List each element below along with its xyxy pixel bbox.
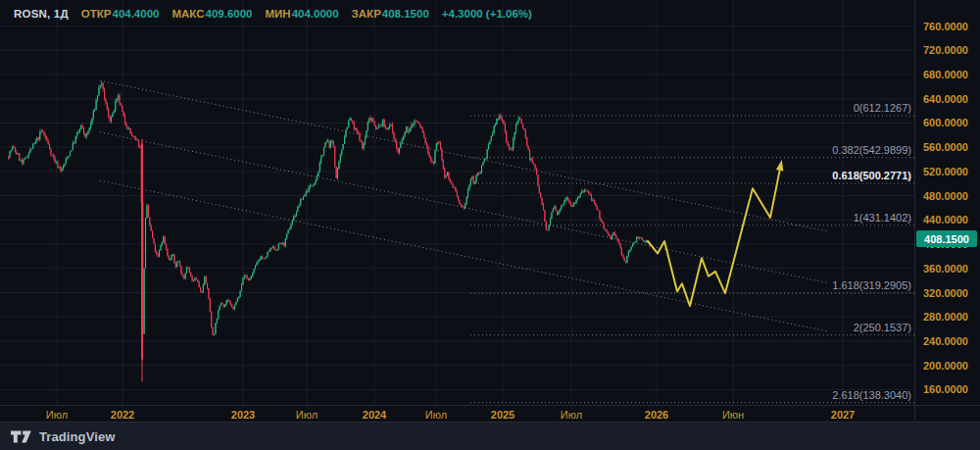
gridlines [0,0,914,405]
price-axis-label: 440.0000 [923,214,968,225]
time-axis-label: Июл [561,409,582,421]
time-axis-label: Июн [722,409,744,421]
price-axis-label: 560.0000 [923,141,968,153]
fib-level-label: 0.618(500.2771) [832,170,911,181]
price-axis-label: 360.0000 [923,263,968,275]
price-axis-label: 280.0000 [923,311,968,323]
time-axis-label: 2027 [831,409,855,421]
price-axis-label: 680.0000 [923,69,968,80]
time-axis-label: Июл [425,409,447,421]
price-axis-label: 320.0000 [923,287,968,299]
fib-level-label: 2(250.1537) [854,322,911,333]
open-value: 404.4000 [112,8,159,20]
open-label: ОТКР [81,8,112,20]
low-label: МИН [265,8,290,20]
projection-path [648,160,783,306]
low-value: 404.0000 [292,8,339,20]
tradingview-logo-icon[interactable] [11,429,32,444]
close-value: 408.1500 [382,8,429,20]
time-axis-label: 2024 [363,409,386,421]
time-axis-label: 2026 [645,409,668,421]
fib-level-label: 1(431.1402) [854,212,911,224]
fib-retracement-lines [470,116,914,403]
price-axis-label: 200.0000 [923,360,968,372]
time-axis-label: 2022 [111,409,134,421]
change-value: +4.3000 (+1.06%) [442,8,532,20]
fib-level-label: 2.618(138.3040) [832,389,911,401]
price-axis-label: 160.0000 [923,383,968,395]
ohlc-close: ЗАКР408.1500 [352,8,429,20]
time-axis-label: 2023 [231,409,255,421]
arrow-head [776,160,784,172]
high-value: 409.6000 [206,8,253,20]
price-axis-label: 640.0000 [923,93,968,105]
price-axis-label: 240.0000 [923,335,968,347]
price-axis-label: 720.0000 [923,44,968,56]
time-axis[interactable]: Июл20222023Июл2024Июл2025Июл2026Июн2027 [0,405,980,423]
candlestick-series [8,81,649,382]
close-label: ЗАКР [352,8,381,20]
price-axis[interactable]: 760.0000720.0000680.0000640.0000600.0000… [914,0,980,422]
price-axis-label: 760.0000 [923,21,968,32]
price-axis-label: 520.0000 [923,166,968,177]
tradingview-chart-window: ROSN, 1Д ОТКР404.4000 МАКС409.6000 МИН40… [0,0,980,450]
ohlc-open: ОТКР404.4000 [81,8,160,20]
symbol-legend[interactable]: ROSN, 1Д ОТКР404.4000 МАКС409.6000 МИН40… [14,8,532,20]
fib-level-label: 1.618(319.2905) [832,279,911,291]
brand-text[interactable]: TradingView [39,429,115,444]
time-axis-label: 2025 [491,409,514,421]
fib-level-label: 0(612.1267) [854,102,911,114]
high-label: МАКС [172,8,204,20]
ohlc-high: МАКС409.6000 [172,8,252,20]
fib-level-label: 0.382(542.9899) [832,144,911,156]
chart-canvas[interactable]: ROSN, 1Д ОТКР404.4000 МАКС409.6000 МИН40… [0,0,980,422]
price-axis-label: 600.0000 [923,117,968,128]
chart-plot [0,0,914,405]
footer-bar: TradingView [0,422,980,450]
price-axis-label: 480.0000 [923,190,968,202]
ohlc-low: МИН404.0000 [265,8,338,20]
symbol-title: ROSN, 1Д [14,8,69,20]
time-axis-label: Июл [296,409,318,421]
last-price-badge[interactable]: 408.1500 [916,230,977,247]
time-axis-label: Июл [46,409,68,421]
